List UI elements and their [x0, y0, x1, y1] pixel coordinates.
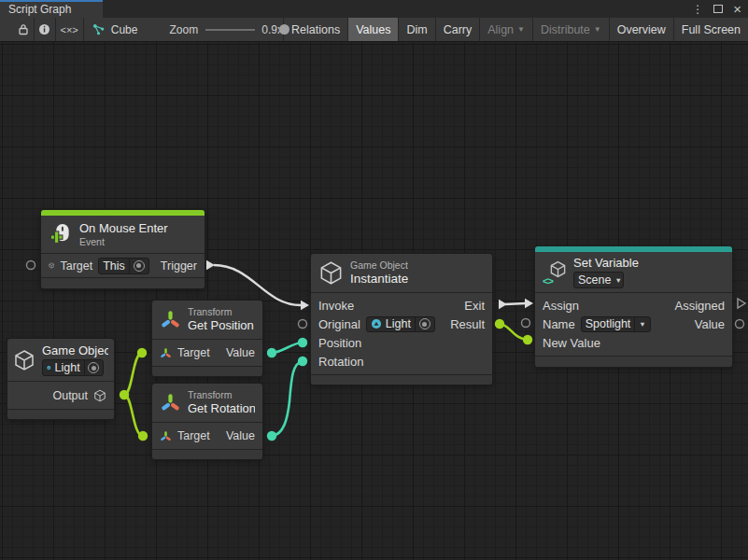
lock-button[interactable] — [13, 18, 34, 41]
target-port-label: Target — [177, 429, 210, 442]
zoom-slider-track — [205, 29, 255, 31]
zoom-label: Zoom — [169, 23, 198, 36]
tab-title: Script Graph — [8, 3, 71, 16]
node-footer — [152, 449, 262, 459]
window-controls: ⋮ × — [692, 0, 741, 18]
tab-script-graph[interactable]: Script Graph — [0, 0, 103, 18]
toolbar-buttons: Relations Values Dim Carry Align ▼ Distr… — [283, 18, 748, 41]
transform-icon — [160, 309, 181, 330]
position-port-label: Position — [318, 336, 361, 350]
node-instantiate[interactable]: Game Object Instantiate Invoke Exit Orig… — [311, 254, 492, 385]
graph-breadcrumb[interactable]: Cube — [92, 22, 138, 36]
cube-icon — [13, 349, 35, 371]
node-title: Game Object — [42, 343, 108, 358]
node-get-position[interactable]: Transform Get Position Target Value — [152, 301, 262, 376]
close-icon[interactable]: × — [733, 2, 741, 16]
node-category: Transform — [188, 389, 255, 401]
overview-button[interactable]: Overview — [609, 18, 673, 41]
node-footer — [311, 374, 492, 385]
value-port-label: Value — [226, 429, 255, 442]
set-variable-icon: <> — [543, 260, 567, 285]
result-port-label: Result — [450, 317, 485, 331]
dim-button[interactable]: Dim — [398, 18, 434, 41]
new-value-port-label: New Value — [543, 336, 600, 350]
node-title: Get Rotation — [188, 401, 255, 416]
object-picker-icon[interactable] — [419, 318, 430, 329]
node-on-mouse-enter[interactable]: On Mouse Enter Event Target This Trigger — [41, 210, 205, 288]
node-footer — [41, 277, 205, 288]
chevron-down-icon: ▼ — [639, 320, 645, 329]
graph-toolbar: <×> Cube Zoom 0.9x Relations Values Dim … — [0, 18, 748, 42]
cube-icon — [49, 259, 54, 273]
mouse-event-icon — [49, 223, 73, 246]
align-dropdown[interactable]: Align ▼ — [479, 18, 532, 41]
relations-button[interactable]: Relations — [284, 18, 347, 41]
original-value-field[interactable]: Light — [366, 316, 435, 332]
object-value-field[interactable]: Light — [42, 359, 104, 376]
cube-icon — [318, 260, 344, 286]
script-graph-icon — [92, 22, 106, 36]
window-menu-icon[interactable]: ⋮ — [692, 4, 703, 15]
node-get-rotation[interactable]: Transform Get Rotation Target Value — [152, 384, 262, 459]
node-category: Game Object — [350, 259, 408, 272]
code-view-button[interactable]: <×> — [55, 18, 83, 41]
value-port-label: Value — [695, 317, 725, 331]
chevron-down-icon: ▼ — [594, 26, 601, 34]
distribute-dropdown[interactable]: Distribute ▼ — [532, 18, 609, 41]
target-port-label: Target — [177, 346, 210, 359]
name-port-label: Name — [543, 317, 575, 331]
node-subtitle: Event — [79, 236, 168, 248]
rotation-port-label: Rotation — [318, 355, 363, 369]
maximize-icon[interactable] — [713, 5, 723, 13]
graph-name: Cube — [111, 23, 138, 36]
tab-bar: Script Graph ⋮ × — [0, 0, 748, 18]
node-footer — [152, 366, 262, 376]
target-port-label: Target — [60, 259, 92, 273]
target-value-field[interactable]: This — [98, 258, 149, 274]
node-title: Set Variable — [573, 256, 639, 271]
lock-icon — [18, 23, 29, 35]
node-footer — [7, 409, 114, 419]
variable-name-dropdown[interactable]: Spotlight ▼ — [581, 316, 651, 332]
value-port-label: Value — [226, 346, 255, 359]
chevron-down-icon: ▼ — [517, 26, 525, 34]
assign-port-label: Assign — [543, 299, 579, 313]
trigger-port-label: Trigger — [161, 259, 197, 273]
full-screen-button[interactable]: Full Screen — [673, 18, 748, 41]
node-title: Get Position — [188, 318, 254, 333]
object-picker-icon[interactable] — [134, 260, 145, 272]
unity-object-icon — [371, 318, 382, 329]
unity-object-icon — [47, 362, 51, 373]
output-port-label: Output — [52, 389, 88, 402]
toolbar-divider — [83, 18, 84, 41]
transform-icon — [160, 430, 172, 442]
carry-button[interactable]: Carry — [435, 18, 480, 41]
zoom-slider[interactable] — [205, 18, 255, 41]
transform-icon — [160, 347, 172, 359]
node-footer — [535, 356, 732, 367]
object-picker-icon[interactable] — [88, 362, 99, 373]
node-set-variable[interactable]: <> Set Variable Scene ▼ Assign Assigned … — [535, 246, 732, 367]
exit-port-label: Exit — [464, 299, 485, 313]
info-button[interactable] — [35, 18, 55, 41]
node-title: Instantiate — [350, 272, 408, 287]
chevron-down-icon: ▼ — [614, 276, 621, 285]
code-view-icon: <×> — [61, 24, 78, 35]
original-port-label: Original — [318, 317, 360, 331]
node-category: Transform — [188, 306, 254, 318]
info-icon — [38, 23, 50, 35]
invoke-port-label: Invoke — [318, 299, 354, 313]
node-game-object-literal[interactable]: Game Object Light Output — [7, 339, 114, 419]
unity-script-graph-window: { "window": { "tab_title": "Script Graph… — [0, 0, 748, 560]
assigned-port-label: Assigned — [675, 299, 725, 313]
variable-scope-dropdown[interactable]: Scene ▼ — [573, 272, 624, 288]
node-title: On Mouse Enter — [79, 221, 168, 236]
values-button[interactable]: Values — [347, 18, 398, 41]
cube-icon — [93, 389, 106, 402]
transform-icon — [160, 392, 181, 413]
